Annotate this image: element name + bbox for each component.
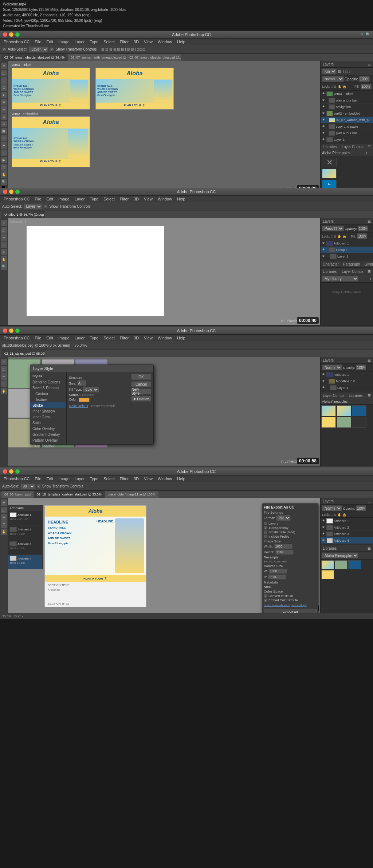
dlg-style-gradient[interactable]: Gradient Overlay: [30, 431, 66, 437]
close-3[interactable]: [3, 329, 7, 333]
height-input-4[interactable]: [275, 550, 294, 555]
menu-type-2[interactable]: Type: [87, 196, 101, 202]
layers-menu-3[interactable]: ☰: [368, 358, 371, 362]
layer-ab4-4[interactable]: 👁 Artboard 4: [321, 537, 373, 544]
fill-input-2[interactable]: [357, 233, 367, 239]
menu-select-3[interactable]: Select: [101, 335, 117, 341]
layer-eye-8[interactable]: 👁: [321, 138, 326, 142]
minimize-button-2[interactable]: [9, 190, 13, 194]
menu-ps-4[interactable]: Photoshop CC: [1, 476, 32, 481]
dodge-tool[interactable]: ○: [1, 135, 7, 142]
menu-help-2[interactable]: Help: [175, 196, 188, 202]
lc-tab-title-3[interactable]: Layer Comps: [323, 394, 344, 398]
ab-item-4[interactable]: Artboard 4 1000 x 1104: [8, 555, 42, 569]
menu-file-1[interactable]: File: [33, 39, 44, 44]
export-dialog-4[interactable]: File Export As CC File Settings Format: …: [262, 503, 318, 613]
menu-layer-2[interactable]: Layer: [72, 196, 87, 202]
lib-t3-4[interactable]: [348, 560, 361, 569]
path-select-tool[interactable]: ▶: [1, 157, 7, 163]
menu-view-2[interactable]: View: [142, 196, 155, 202]
lib-thumb-5-3[interactable]: [337, 417, 351, 428]
opacity-3[interactable]: [356, 365, 366, 370]
eye-ab2-4[interactable]: 👁: [321, 525, 326, 530]
text-tool-4[interactable]: T: [1, 521, 7, 528]
ab-item-2[interactable]: Artboard 2 1000 x 1104: [8, 526, 42, 540]
dialog-ok-btn[interactable]: OK: [131, 374, 151, 380]
close-button-1[interactable]: [3, 32, 7, 37]
layer-eye-5[interactable]: 👁: [321, 118, 326, 122]
blend-4[interactable]: Normal: [322, 505, 342, 511]
lib-t1-4[interactable]: [321, 560, 334, 569]
dlg-style-satin[interactable]: Satin: [30, 420, 66, 426]
tab-active-3[interactable]: 02_11_styles_pod @ 05.02%(ot with pineap…: [1, 350, 45, 357]
menu-filter-3[interactable]: Filter: [118, 335, 131, 341]
shape-tool[interactable]: □: [1, 164, 7, 171]
tab-untitled-2[interactable]: Untitled-1 @ 66.7% (Group 1, RGB/8#): [1, 211, 45, 218]
menu-filter-2[interactable]: Filter: [118, 196, 131, 202]
transform-checkbox-1[interactable]: ✓: [50, 47, 54, 51]
ab-item-1[interactable]: Artboard 1 1000 × 85 105: [8, 511, 42, 526]
fill-type-select[interactable]: Color: [83, 387, 99, 393]
move-tool-2[interactable]: ✛: [1, 220, 7, 226]
dlg-style-texture[interactable]: Texture: [30, 397, 66, 402]
opacity-4[interactable]: [356, 505, 366, 511]
eye-ab1-4[interactable]: 👁: [321, 519, 326, 523]
min-4[interactable]: [9, 469, 13, 474]
export-all-btn-4[interactable]: Export All: [264, 609, 317, 613]
menu-view-4[interactable]: View: [142, 476, 155, 481]
tab-template-4[interactable]: 02_10_template_custom_start.psd @ 33.3%: [34, 491, 105, 498]
auto-select-dropdown-1[interactable]: Layer Group: [29, 47, 48, 52]
menu-filter-4[interactable]: Filter: [118, 476, 131, 481]
libs-menu-2[interactable]: ☰: [368, 270, 371, 274]
menu-3d-4[interactable]: 3D: [131, 476, 141, 481]
para-tab-2[interactable]: Paragraph: [343, 262, 360, 266]
layer-style-dialog[interactable]: Layer Style Styles Blending Options Beve…: [30, 365, 154, 445]
menu-image-1[interactable]: Image: [56, 39, 72, 44]
layers-menu-btn-1[interactable]: ☰: [368, 62, 371, 66]
layer-woman-pineapple[interactable]: 👁 02_07_woman_with_pineapple: [321, 117, 373, 123]
embed-cb-4[interactable]: ✓: [264, 598, 267, 602]
canvas-width-input-4[interactable]: [269, 569, 287, 574]
ab-item-3[interactable]: Artboard 3 1000 x 1104: [8, 540, 42, 555]
pen-tool[interactable]: ✒: [1, 142, 7, 149]
libs-menu-4[interactable]: ☰: [368, 546, 371, 550]
eye-l1-3[interactable]: 👁: [321, 386, 326, 390]
glyphs-tab-2[interactable]: Glyphs: [365, 262, 373, 266]
brush-tool[interactable]: ✏: [1, 106, 7, 113]
layer-nav-1[interactable]: 👁 navigation: [321, 104, 373, 110]
menu-select-4[interactable]: Select: [101, 476, 117, 481]
close-4[interactable]: [3, 469, 7, 474]
menu-ps-3[interactable]: Photoshop CC: [1, 335, 32, 341]
lib-thumb-2-3[interactable]: [337, 405, 351, 416]
zoom-tool[interactable]: 🔍: [1, 179, 7, 185]
layer-eye-7[interactable]: 👁: [321, 131, 326, 135]
layer-artboard1-2[interactable]: 👁 Artboard 1: [321, 240, 373, 247]
brush-tool-2[interactable]: ✏: [1, 234, 7, 241]
layer-layer1[interactable]: 👁 Layer 1: [321, 136, 373, 143]
menu-view-3[interactable]: View: [142, 335, 155, 341]
smaller-cb-4[interactable]: [264, 530, 267, 534]
eye-ab3-4[interactable]: 👁: [321, 532, 326, 536]
menu-help-1[interactable]: Help: [175, 39, 188, 44]
rect-select-tool[interactable]: ⬚: [1, 70, 7, 76]
libs-add-2[interactable]: +: [369, 277, 372, 281]
auto-select-dropdown-2[interactable]: Layer: [23, 204, 42, 210]
menu-help-3[interactable]: Help: [175, 335, 188, 341]
layer-artboard-3[interactable]: 👁 Artboard 1: [321, 371, 373, 378]
rect-tool-2[interactable]: ⬚: [1, 227, 7, 234]
hand-tool[interactable]: ✋: [1, 171, 7, 178]
size-input[interactable]: [77, 380, 86, 386]
library-add-btn-1[interactable]: +: [365, 151, 368, 155]
menu-file-3[interactable]: File: [33, 335, 44, 341]
lib-thumb-3-3[interactable]: [352, 405, 366, 416]
dlg-style-stroke[interactable]: Stroke: [30, 402, 66, 408]
layer-plan-tour-2[interactable]: 👁 plan a tour bar: [321, 130, 373, 136]
color-swatch[interactable]: [79, 398, 90, 402]
fill-input-1[interactable]: [361, 84, 372, 89]
lc-menu-3[interactable]: ☰: [368, 394, 371, 398]
canvas-area-3[interactable]: Layer Style Styles Blending Options Beve…: [8, 357, 320, 466]
menu-edit-2[interactable]: Edit: [44, 196, 55, 202]
layers-menu-2[interactable]: ☰: [368, 219, 371, 223]
brush-tool-4[interactable]: ✏: [1, 514, 7, 521]
auto-sel-4[interactable]: All: [21, 483, 35, 489]
